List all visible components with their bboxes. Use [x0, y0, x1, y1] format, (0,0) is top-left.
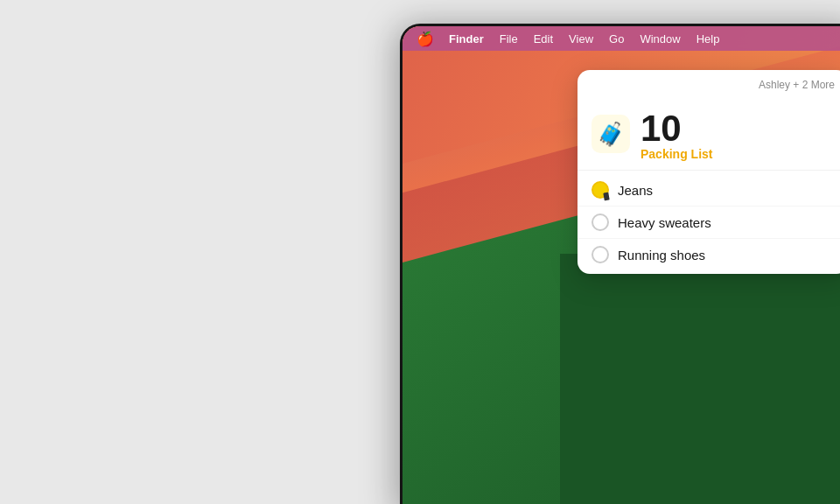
window-menu-item[interactable]: Window — [632, 26, 688, 51]
shared-label: Ashley + 2 More — [592, 79, 835, 91]
edit-menu-item[interactable]: Edit — [526, 26, 561, 51]
view-menu-item[interactable]: View — [561, 26, 601, 51]
card-count-area: 10 Packing List — [640, 110, 712, 161]
reminder-item[interactable]: Heavy sweaters — [578, 206, 840, 239]
reminder-text-jeans: Jeans — [618, 183, 653, 198]
reminder-card: Ashley + 2 More 🧳 10 Packing List Jeans … — [578, 70, 840, 274]
finder-menu-item[interactable]: Finder — [441, 26, 492, 51]
reminder-text-shoes: Running shoes — [618, 248, 705, 262]
help-menu-item[interactable]: Help — [689, 26, 728, 51]
reminder-text-sweaters: Heavy sweaters — [618, 215, 711, 230]
reminder-checkbox-jeans[interactable] — [592, 181, 609, 199]
reminder-checkbox-shoes[interactable] — [592, 246, 609, 263]
reminder-checkbox-sweaters[interactable] — [592, 214, 609, 231]
file-menu-item[interactable]: File — [492, 26, 526, 51]
card-header-row: Ashley + 2 More — [578, 70, 840, 94]
device-frame: 🍎 Finder File Edit View Go Window Help A… — [402, 26, 840, 504]
reminder-item[interactable]: Jeans — [578, 174, 840, 206]
apple-menu-icon[interactable]: 🍎 — [413, 26, 438, 51]
go-menu-item[interactable]: Go — [601, 26, 632, 51]
menubar: 🍎 Finder File Edit View Go Window Help — [402, 26, 840, 51]
card-app-icon: 🧳 — [592, 115, 630, 153]
reminder-list: Jeans Heavy sweaters Running shoes — [578, 171, 840, 274]
card-count: 10 — [640, 110, 712, 147]
card-list-name: Packing List — [640, 147, 712, 161]
card-header: 🧳 10 Packing List — [578, 94, 840, 171]
reminder-item[interactable]: Running shoes — [578, 239, 840, 270]
